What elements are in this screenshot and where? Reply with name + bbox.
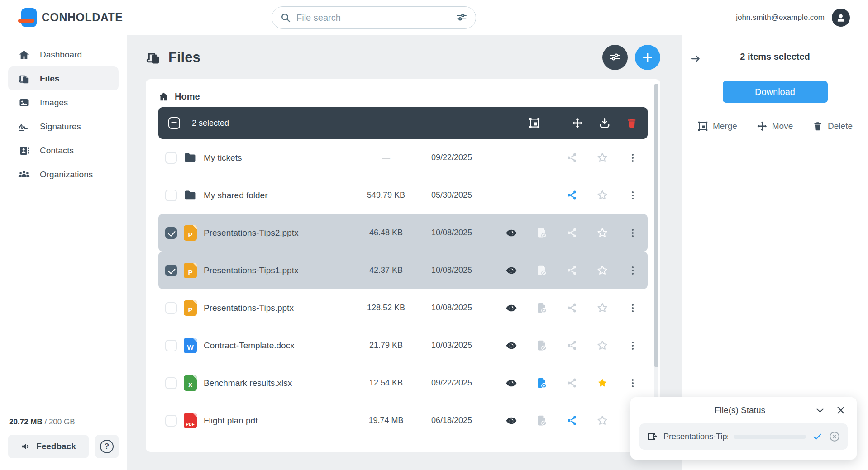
table-row[interactable]: PPresentations-Tips.pptx128.52 KB10/08/2… <box>158 289 648 327</box>
kebab-icon[interactable] <box>627 227 639 239</box>
add-button[interactable] <box>635 45 660 70</box>
feedback-label: Feedback <box>36 442 76 451</box>
kebab-icon[interactable] <box>627 377 639 389</box>
star-icon[interactable] <box>596 415 608 427</box>
files-title-icon <box>146 50 161 65</box>
eye-icon[interactable] <box>506 340 517 351</box>
conholdate-logo-icon <box>18 7 37 28</box>
sidebar-item-signatures[interactable]: Signatures <box>8 114 119 138</box>
kebab-icon[interactable] <box>627 152 639 164</box>
share-icon[interactable] <box>566 377 578 389</box>
close-icon[interactable] <box>835 404 847 416</box>
share-icon[interactable] <box>566 415 578 427</box>
share-icon[interactable] <box>566 302 578 314</box>
sidebar-item-label: Dashboard <box>40 50 82 60</box>
search-icon <box>280 12 291 23</box>
selection-toolbar: 2 selected <box>158 107 648 139</box>
row-checkbox[interactable] <box>165 227 177 239</box>
user-email: john.smith@example.com <box>736 13 825 22</box>
file-check-icon[interactable] <box>536 265 548 276</box>
row-checkbox[interactable] <box>165 340 177 351</box>
share-icon[interactable] <box>566 152 578 164</box>
file-size: — <box>352 153 420 162</box>
sidebar: DashboardFilesImagesSignaturesContactsOr… <box>0 35 127 470</box>
download-button[interactable]: Download <box>723 81 828 103</box>
move-action[interactable]: Move <box>757 121 793 132</box>
merge-action[interactable]: Merge <box>697 121 737 132</box>
star-icon[interactable] <box>596 340 608 351</box>
pptx-file-icon: P <box>184 263 197 278</box>
eye-icon[interactable] <box>506 415 517 427</box>
file-check-icon[interactable] <box>536 415 548 427</box>
eye-icon[interactable] <box>506 377 517 389</box>
star-icon[interactable] <box>596 227 608 239</box>
row-checkbox[interactable] <box>165 152 177 164</box>
search-input[interactable] <box>296 13 450 23</box>
row-checkbox[interactable] <box>165 302 177 314</box>
table-row[interactable]: PPresentations-Tips2.pptx46.48 KB10/08/2… <box>158 214 648 252</box>
table-row[interactable]: My tickets—09/22/2025 <box>158 139 648 176</box>
delete-icon[interactable] <box>626 117 638 129</box>
collapse-panel-button[interactable] <box>686 49 706 69</box>
row-checkbox[interactable] <box>165 190 177 201</box>
download-icon[interactable] <box>599 117 610 129</box>
feedback-button[interactable]: Feedback <box>8 435 89 458</box>
table-row[interactable]: XBenchmark results.xlsx12.54 KB09/22/202… <box>158 364 648 402</box>
sidebar-item-contacts[interactable]: Contacts <box>8 138 119 162</box>
row-checkbox[interactable] <box>165 415 177 427</box>
breadcrumb[interactable]: Home <box>158 79 648 107</box>
file-check-icon[interactable] <box>536 377 548 389</box>
sidebar-item-organizations[interactable]: Organizations <box>8 162 119 186</box>
brand-logo[interactable]: CONHOLDATE <box>18 7 123 28</box>
scrollbar <box>654 84 658 447</box>
move-icon[interactable] <box>572 117 583 129</box>
search-filter-icon[interactable] <box>456 12 467 24</box>
star-icon[interactable] <box>596 265 608 276</box>
eye-icon[interactable] <box>506 227 517 239</box>
sidebar-item-files[interactable]: Files <box>8 66 119 90</box>
file-check-icon[interactable] <box>536 302 548 314</box>
table-row[interactable]: My shared folder549.79 KB05/30/2025 <box>158 176 648 214</box>
kebab-icon[interactable] <box>627 265 639 276</box>
sidebar-item-label: Organizations <box>40 170 93 180</box>
xlsx-file-icon: X <box>184 375 197 391</box>
help-button[interactable]: ? <box>95 435 119 458</box>
row-checkbox[interactable] <box>165 377 177 389</box>
merge-icon[interactable] <box>529 117 540 129</box>
table-row[interactable]: PDFFlight plan.pdf19.74 MB06/18/2025 <box>158 402 648 439</box>
file-check-icon[interactable] <box>536 340 548 351</box>
select-all-checkbox[interactable] <box>168 117 180 129</box>
avatar[interactable] <box>832 9 850 27</box>
chevron-down-icon[interactable] <box>814 404 826 416</box>
sidebar-item-label: Images <box>40 98 68 108</box>
page-title: Files <box>168 49 200 66</box>
list-filter-button[interactable] <box>602 45 628 70</box>
share-icon[interactable] <box>566 227 578 239</box>
row-checkbox[interactable] <box>165 265 177 276</box>
table-row[interactable]: PPresentations-Tips1.pptx42.37 KB10/08/2… <box>158 252 648 289</box>
delete-action[interactable]: Delete <box>812 121 853 132</box>
pdf-file-icon: PDF <box>184 413 197 428</box>
kebab-icon[interactable] <box>627 302 639 314</box>
share-icon[interactable] <box>566 190 578 201</box>
kebab-icon[interactable] <box>627 190 639 201</box>
star-icon[interactable] <box>596 152 608 164</box>
share-icon[interactable] <box>566 265 578 276</box>
star-icon[interactable] <box>596 190 608 201</box>
pptx-file-icon: P <box>184 300 197 316</box>
eye-icon[interactable] <box>506 265 517 276</box>
star-icon[interactable] <box>596 302 608 314</box>
scrollbar-thumb[interactable] <box>654 84 658 367</box>
sidebar-item-dashboard[interactable]: Dashboard <box>8 43 119 66</box>
popup-header: File(s) Status <box>630 397 857 423</box>
file-check-icon[interactable] <box>536 227 548 239</box>
cancel-circle-icon[interactable] <box>829 431 840 442</box>
star-filled-icon[interactable] <box>596 377 608 389</box>
sidebar-item-images[interactable]: Images <box>8 90 119 114</box>
kebab-icon[interactable] <box>627 340 639 351</box>
table-row[interactable]: WContract-Template.docx21.79 KB10/03/202… <box>158 327 648 364</box>
main-content: Files Home 2 selected <box>127 35 682 470</box>
eye-icon[interactable] <box>506 302 517 314</box>
sidebar-footer: 20.72 MB / 200 GB Feedback ? <box>8 411 119 458</box>
share-icon[interactable] <box>566 340 578 351</box>
